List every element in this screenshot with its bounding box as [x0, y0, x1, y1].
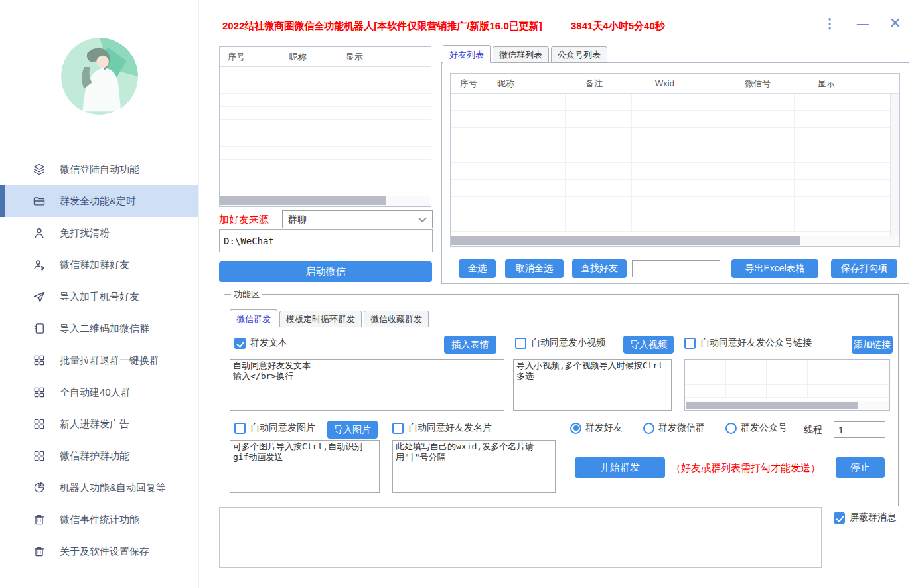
tab-wechat-favorites-send[interactable]: 微信收藏群发 — [364, 311, 429, 327]
person-icon — [33, 226, 46, 240]
sidebar: 微信登陆自动功能 群发全功能&定时 免打扰清粉 微信群加群好友 导入加手机号好友… — [0, 0, 199, 588]
export-excel-button[interactable]: 导出Excel表格 — [731, 259, 818, 278]
image-hint-textarea[interactable]: 可多个图片导入按Ctrl,自动识别gif动画发送 — [230, 440, 380, 493]
friends-tabs: 好友列表 微信群列表 公众号列表 — [443, 45, 607, 63]
sidebar-item-about-settings[interactable]: 关于及软件设置保存 — [0, 536, 198, 567]
tab-official-account-list[interactable]: 公众号列表 — [551, 46, 607, 63]
mass-send-note: （好友或群列表需打勾才能发送） — [671, 462, 820, 475]
card-wxid-textarea[interactable]: 此处填写自己的wxid,发多个名片请用"|"号分隔 — [392, 440, 556, 493]
close-icon[interactable]: ✕ — [889, 15, 901, 32]
auto-accept-video-checkbox[interactable]: 自动同意发小视频 — [515, 337, 605, 349]
sidebar-item-event-stats[interactable]: 微信事件统计功能 — [0, 504, 198, 536]
trash-icon — [33, 513, 46, 526]
table-row — [220, 120, 431, 133]
table-row — [220, 107, 431, 120]
function-tabs: 微信群发 模板定时循环群发 微信收藏群发 — [230, 309, 429, 327]
mass-text-textarea[interactable]: 自动同意好友发文本 输入</br>换行 — [230, 359, 504, 411]
sidebar-item-clean-fans[interactable]: 免打扰清粉 — [0, 217, 198, 249]
send-to-friends-radio[interactable]: 群发好友 — [570, 422, 623, 434]
send-to-groups-radio[interactable]: 群发微信群 — [643, 422, 705, 434]
friend-source-select[interactable]: 群聊 — [282, 210, 433, 228]
scrollbar-thumb[interactable] — [451, 236, 800, 245]
select-all-button[interactable]: 全选 — [459, 259, 496, 278]
sidebar-item-label: 微信群加群好友 — [60, 259, 129, 271]
start-mass-send-button[interactable]: 开始群发 — [575, 457, 665, 478]
sidebar-item-import-qrcode[interactable]: 导入二维码加微信群 — [0, 313, 198, 344]
table-row — [451, 145, 899, 163]
log-output — [219, 507, 822, 568]
table-row — [451, 163, 899, 180]
column-header: 序号 — [451, 78, 489, 90]
auto-accept-image-checkbox[interactable]: 自动同意发图片 — [234, 422, 315, 434]
minimize-icon[interactable]: — — [857, 17, 869, 31]
vertical-scrollbar[interactable] — [890, 94, 899, 236]
app-window: 微信登陆自动功能 群发全功能&定时 免打扰清粉 微信群加群好友 导入加手机号好友… — [0, 0, 912, 588]
scrollbar-thumb[interactable] — [220, 196, 386, 205]
tab-friend-list[interactable]: 好友列表 — [443, 45, 491, 63]
thread-count-input[interactable] — [834, 421, 885, 438]
video-hint-textarea[interactable]: 导入小视频,多个视频导入时候按Ctrl多选 — [513, 359, 672, 411]
app-title: 2022结社微商圈微信全功能机器人[本软件仅限营销推广/新版16.0已更新] — [222, 20, 542, 33]
table-row — [685, 360, 889, 372]
sidebar-item-label: 全自动建40人群 — [60, 386, 131, 399]
start-wechat-button[interactable]: 启动微信 — [219, 261, 432, 282]
trash-icon — [33, 545, 46, 558]
deselect-all-button[interactable]: 取消全选 — [505, 259, 564, 278]
sidebar-item-add-group-friends[interactable]: 微信群加群好友 — [0, 249, 198, 281]
find-friend-button[interactable]: 查找好友 — [572, 259, 627, 278]
auto-accept-link-checkbox[interactable]: 自动同意好友发公众号链接 — [684, 337, 812, 349]
table-row — [451, 180, 899, 197]
selected-option: 群聊 — [288, 214, 418, 226]
sidebar-item-wechat-login[interactable]: 微信登陆自动功能 — [0, 153, 198, 185]
sidebar-item-auto-build-group[interactable]: 全自动建40人群 — [0, 376, 198, 408]
wechat-path-input[interactable] — [219, 229, 433, 252]
grid-icon — [33, 386, 46, 399]
tab-template-timed-send[interactable]: 模板定时循环群发 — [279, 311, 362, 327]
column-header: 显示 — [795, 78, 899, 90]
table-row — [685, 372, 889, 385]
block-group-message-checkbox[interactable]: 屏蔽群消息 — [834, 512, 896, 524]
function-area-legend: 功能区 — [231, 289, 262, 301]
uptime-counter: 3841天4小时5分40秒 — [571, 20, 665, 33]
sidebar-item-label: 微信事件统计功能 — [60, 514, 139, 526]
horizontal-scrollbar — [220, 196, 430, 206]
table-row — [451, 214, 899, 232]
send-icon — [33, 290, 46, 303]
tab-wechat-mass-send[interactable]: 微信群发 — [230, 309, 277, 327]
table-row — [220, 173, 431, 186]
import-video-button[interactable]: 导入视频 — [623, 336, 674, 354]
table-header: 序号 昵称 显示 — [220, 47, 431, 67]
add-link-button[interactable]: 添加链接 — [852, 336, 893, 354]
friend-search-input[interactable] — [632, 260, 720, 277]
sidebar-item-newcomer-ad[interactable]: 新人进群发广告 — [0, 408, 198, 440]
column-header: 昵称 — [256, 51, 339, 63]
table-row — [451, 94, 899, 111]
sidebar-item-label: 导入加手机号好友 — [60, 291, 139, 303]
column-header: 序号 — [220, 51, 256, 63]
sidebar-item-import-phone[interactable]: 导入加手机号好友 — [0, 281, 198, 313]
grid-icon — [33, 354, 46, 367]
kebab-menu-icon[interactable]: ⋮ — [823, 15, 836, 31]
tab-wechat-group-list[interactable]: 微信群列表 — [493, 46, 549, 63]
save-checked-button[interactable]: 保存打勾项 — [831, 259, 897, 278]
sidebar-item-label: 批量拉群退群一键换群 — [60, 354, 159, 367]
stop-button[interactable]: 停止 — [836, 457, 885, 478]
column-header: Wxid — [632, 78, 718, 88]
sidebar-item-group-guard[interactable]: 微信群护群功能 — [0, 440, 198, 472]
window-controls: ⋮ — ✕ — [823, 15, 901, 32]
insert-emoji-button[interactable]: 插入表情 — [444, 336, 496, 354]
import-image-button[interactable]: 导入图片 — [327, 421, 378, 439]
sidebar-item-batch-group[interactable]: 批量拉群退群一键换群 — [0, 344, 198, 376]
table-row — [451, 197, 899, 214]
sidebar-item-robot-autoreply[interactable]: 机器人功能&自动回复等 — [0, 472, 198, 504]
table-row — [685, 385, 889, 398]
send-to-official-radio[interactable]: 群发公众号 — [725, 422, 787, 434]
send-text-checkbox[interactable]: 群发文本 — [234, 337, 287, 349]
folder-icon — [33, 194, 46, 208]
scrollbar-thumb[interactable] — [686, 402, 858, 409]
pie-chart-icon — [33, 481, 46, 494]
horizontal-scrollbar — [451, 236, 899, 246]
auto-accept-card-checkbox[interactable]: 自动同意好友发名片 — [392, 422, 492, 434]
sidebar-item-mass-send[interactable]: 群发全功能&定时 — [0, 185, 198, 217]
avatar — [61, 38, 138, 115]
